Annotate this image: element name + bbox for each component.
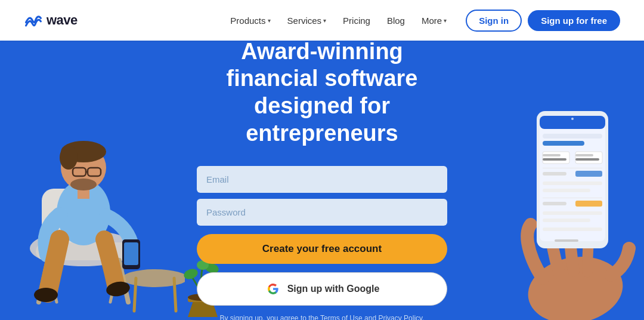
svg-rect-40 <box>543 168 602 168</box>
svg-rect-32 <box>543 134 602 139</box>
chevron-down-icon: ▾ <box>268 17 271 24</box>
svg-rect-35 <box>543 154 561 156</box>
svg-point-13 <box>60 146 78 170</box>
navbar: wave Products ▾ Services ▾ Pricing Blog … <box>0 0 644 41</box>
hero-center: Award-winning financial software designe… <box>197 41 447 320</box>
logo-area: wave <box>24 11 78 30</box>
hero-section: Award-winning financial software designe… <box>0 41 644 320</box>
nav-pricing[interactable]: Pricing <box>336 11 377 30</box>
svg-rect-36 <box>543 158 566 161</box>
svg-rect-42 <box>575 171 602 177</box>
nav-blog[interactable]: Blog <box>380 11 412 30</box>
svg-rect-33 <box>543 141 584 146</box>
svg-rect-51 <box>555 239 578 242</box>
person-illustration <box>6 63 185 320</box>
svg-rect-39 <box>575 158 599 161</box>
svg-rect-18 <box>124 242 138 265</box>
svg-line-8 <box>134 278 136 311</box>
svg-line-9 <box>174 278 176 311</box>
hero-title: Award-winning financial software designe… <box>197 41 447 147</box>
nav-services[interactable]: Services ▾ <box>280 11 334 30</box>
wave-logo-icon <box>24 11 43 30</box>
chevron-down-icon: ▾ <box>444 17 447 24</box>
terms-text: By signing up, you agree to the Terms of… <box>219 314 424 320</box>
svg-point-22 <box>70 179 97 190</box>
create-account-button[interactable]: Create your free account <box>197 234 447 264</box>
google-logo-icon <box>265 281 281 297</box>
privacy-link[interactable]: Privacy Policy <box>378 314 422 320</box>
phone-illustration <box>471 63 638 320</box>
svg-rect-47 <box>575 201 602 207</box>
nav-links: Products ▾ Services ▾ Pricing Blog More … <box>223 11 454 30</box>
svg-rect-37 <box>575 152 602 164</box>
password-field[interactable] <box>197 199 447 226</box>
nav-products[interactable]: Products ▾ <box>223 11 277 30</box>
svg-rect-45 <box>543 198 602 198</box>
svg-rect-50 <box>543 227 602 231</box>
svg-rect-34 <box>543 152 569 164</box>
svg-rect-41 <box>543 172 566 176</box>
svg-rect-49 <box>543 219 590 222</box>
nav-more[interactable]: More ▾ <box>414 11 454 30</box>
signin-button[interactable]: Sign in <box>466 10 522 32</box>
svg-point-52 <box>571 118 574 120</box>
svg-point-19 <box>34 288 58 302</box>
svg-rect-38 <box>575 154 593 156</box>
google-signup-button[interactable]: Sign up with Google <box>197 272 447 306</box>
email-field[interactable] <box>197 166 447 193</box>
chevron-down-icon: ▾ <box>323 17 326 24</box>
signup-form <box>197 166 447 226</box>
signup-button[interactable]: Sign up for free <box>528 10 620 31</box>
svg-rect-48 <box>543 211 602 215</box>
logo-text: wave <box>47 13 78 28</box>
svg-rect-44 <box>543 189 590 192</box>
svg-rect-46 <box>543 202 566 205</box>
svg-rect-43 <box>543 181 602 185</box>
nav-actions: Sign in Sign up for free <box>466 10 620 32</box>
terms-link[interactable]: Terms of Use <box>320 314 363 320</box>
